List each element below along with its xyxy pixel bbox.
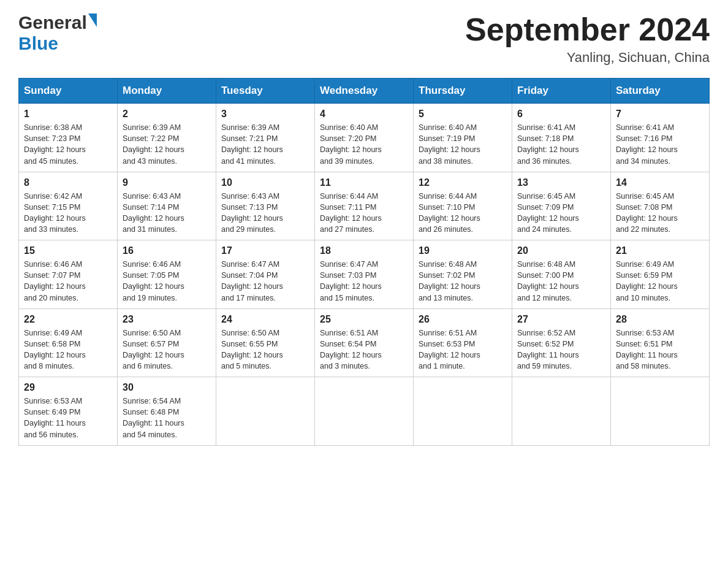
calendar-cell	[216, 377, 315, 446]
calendar-cell: 21Sunrise: 6:49 AM Sunset: 6:59 PM Dayli…	[611, 240, 710, 309]
day-number: 5	[419, 109, 507, 120]
calendar-cell: 23Sunrise: 6:50 AM Sunset: 6:57 PM Dayli…	[118, 308, 216, 377]
day-number: 21	[616, 245, 704, 256]
logo-general-text: General	[18, 12, 87, 33]
day-info: Sunrise: 6:54 AM Sunset: 6:48 PM Dayligh…	[123, 396, 211, 440]
calendar-week-row: 22Sunrise: 6:49 AM Sunset: 6:58 PM Dayli…	[19, 308, 710, 377]
day-number: 3	[221, 109, 309, 120]
day-number: 19	[419, 245, 507, 256]
day-number: 10	[221, 177, 309, 188]
calendar-cell: 6Sunrise: 6:41 AM Sunset: 7:18 PM Daylig…	[512, 104, 611, 172]
logo: General Blue	[18, 12, 98, 54]
calendar-cell: 11Sunrise: 6:44 AM Sunset: 7:11 PM Dayli…	[315, 172, 414, 240]
day-number: 13	[517, 177, 605, 188]
calendar-cell: 18Sunrise: 6:47 AM Sunset: 7:03 PM Dayli…	[315, 240, 414, 309]
day-info: Sunrise: 6:40 AM Sunset: 7:20 PM Dayligh…	[320, 122, 408, 167]
calendar-cell: 25Sunrise: 6:51 AM Sunset: 6:54 PM Dayli…	[315, 308, 414, 377]
day-info: Sunrise: 6:47 AM Sunset: 7:04 PM Dayligh…	[221, 259, 309, 304]
logo-triangle-icon	[88, 13, 97, 27]
calendar-cell: 4Sunrise: 6:40 AM Sunset: 7:20 PM Daylig…	[315, 104, 414, 172]
day-info: Sunrise: 6:49 AM Sunset: 6:59 PM Dayligh…	[616, 259, 704, 304]
day-number: 26	[419, 314, 507, 325]
day-info: Sunrise: 6:43 AM Sunset: 7:13 PM Dayligh…	[221, 191, 309, 236]
day-info: Sunrise: 6:42 AM Sunset: 7:15 PM Dayligh…	[24, 191, 112, 236]
calendar-cell: 24Sunrise: 6:50 AM Sunset: 6:55 PM Dayli…	[216, 308, 315, 377]
calendar-cell: 9Sunrise: 6:43 AM Sunset: 7:14 PM Daylig…	[118, 172, 216, 240]
title-block: September 2024 Yanling, Sichuan, China	[465, 12, 710, 66]
calendar-cell	[611, 377, 710, 446]
calendar-subtitle: Yanling, Sichuan, China	[465, 50, 710, 66]
day-number: 18	[320, 245, 408, 256]
day-number: 9	[123, 177, 211, 188]
calendar-cell: 22Sunrise: 6:49 AM Sunset: 6:58 PM Dayli…	[19, 308, 118, 377]
day-info: Sunrise: 6:49 AM Sunset: 6:58 PM Dayligh…	[24, 327, 112, 372]
calendar-week-row: 29Sunrise: 6:53 AM Sunset: 6:49 PM Dayli…	[19, 377, 710, 446]
day-number: 11	[320, 177, 408, 188]
calendar-cell: 16Sunrise: 6:46 AM Sunset: 7:05 PM Dayli…	[118, 240, 216, 309]
day-info: Sunrise: 6:48 AM Sunset: 7:00 PM Dayligh…	[517, 259, 605, 304]
day-info: Sunrise: 6:51 AM Sunset: 6:54 PM Dayligh…	[320, 327, 408, 372]
day-number: 1	[24, 109, 112, 120]
day-info: Sunrise: 6:38 AM Sunset: 7:23 PM Dayligh…	[24, 122, 112, 167]
day-info: Sunrise: 6:53 AM Sunset: 6:51 PM Dayligh…	[616, 327, 704, 372]
day-number: 12	[419, 177, 507, 188]
day-number: 30	[123, 382, 211, 393]
calendar-header-row: SundayMondayTuesdayWednesdayThursdayFrid…	[19, 79, 710, 104]
calendar-cell: 7Sunrise: 6:41 AM Sunset: 7:16 PM Daylig…	[611, 104, 710, 172]
calendar-cell: 20Sunrise: 6:48 AM Sunset: 7:00 PM Dayli…	[512, 240, 611, 309]
day-number: 20	[517, 245, 605, 256]
calendar-cell: 26Sunrise: 6:51 AM Sunset: 6:53 PM Dayli…	[414, 308, 512, 377]
day-info: Sunrise: 6:41 AM Sunset: 7:18 PM Dayligh…	[517, 122, 605, 167]
day-info: Sunrise: 6:50 AM Sunset: 6:55 PM Dayligh…	[221, 327, 309, 372]
calendar-week-row: 8Sunrise: 6:42 AM Sunset: 7:15 PM Daylig…	[19, 172, 710, 240]
weekday-header-wednesday: Wednesday	[315, 79, 414, 104]
day-number: 2	[123, 109, 211, 120]
calendar-cell: 15Sunrise: 6:46 AM Sunset: 7:07 PM Dayli…	[19, 240, 118, 309]
page-header: General Blue September 2024 Yanling, Sic…	[18, 12, 710, 66]
calendar-cell: 1Sunrise: 6:38 AM Sunset: 7:23 PM Daylig…	[19, 104, 118, 172]
day-info: Sunrise: 6:48 AM Sunset: 7:02 PM Dayligh…	[419, 259, 507, 304]
day-info: Sunrise: 6:45 AM Sunset: 7:09 PM Dayligh…	[517, 191, 605, 236]
calendar-table: SundayMondayTuesdayWednesdayThursdayFrid…	[18, 78, 710, 446]
day-number: 6	[517, 109, 605, 120]
calendar-cell: 29Sunrise: 6:53 AM Sunset: 6:49 PM Dayli…	[19, 377, 118, 446]
calendar-cell: 19Sunrise: 6:48 AM Sunset: 7:02 PM Dayli…	[414, 240, 512, 309]
day-info: Sunrise: 6:51 AM Sunset: 6:53 PM Dayligh…	[419, 327, 507, 372]
day-number: 7	[616, 109, 704, 120]
calendar-title: September 2024	[465, 12, 710, 47]
calendar-cell: 12Sunrise: 6:44 AM Sunset: 7:10 PM Dayli…	[414, 172, 512, 240]
weekday-header-sunday: Sunday	[19, 79, 118, 104]
calendar-cell: 10Sunrise: 6:43 AM Sunset: 7:13 PM Dayli…	[216, 172, 315, 240]
day-info: Sunrise: 6:44 AM Sunset: 7:11 PM Dayligh…	[320, 191, 408, 236]
calendar-cell: 8Sunrise: 6:42 AM Sunset: 7:15 PM Daylig…	[19, 172, 118, 240]
day-number: 14	[616, 177, 704, 188]
day-info: Sunrise: 6:41 AM Sunset: 7:16 PM Dayligh…	[616, 122, 704, 167]
day-info: Sunrise: 6:53 AM Sunset: 6:49 PM Dayligh…	[24, 396, 112, 440]
calendar-week-row: 15Sunrise: 6:46 AM Sunset: 7:07 PM Dayli…	[19, 240, 710, 309]
calendar-cell: 17Sunrise: 6:47 AM Sunset: 7:04 PM Dayli…	[216, 240, 315, 309]
day-info: Sunrise: 6:46 AM Sunset: 7:05 PM Dayligh…	[123, 259, 211, 304]
day-info: Sunrise: 6:43 AM Sunset: 7:14 PM Dayligh…	[123, 191, 211, 236]
weekday-header-monday: Monday	[118, 79, 216, 104]
day-number: 29	[24, 382, 112, 393]
day-number: 4	[320, 109, 408, 120]
day-number: 27	[517, 314, 605, 325]
calendar-cell: 27Sunrise: 6:52 AM Sunset: 6:52 PM Dayli…	[512, 308, 611, 377]
day-info: Sunrise: 6:39 AM Sunset: 7:22 PM Dayligh…	[123, 122, 211, 167]
day-info: Sunrise: 6:39 AM Sunset: 7:21 PM Dayligh…	[221, 122, 309, 167]
calendar-cell	[512, 377, 611, 446]
day-number: 24	[221, 314, 309, 325]
day-info: Sunrise: 6:50 AM Sunset: 6:57 PM Dayligh…	[123, 327, 211, 372]
day-info: Sunrise: 6:47 AM Sunset: 7:03 PM Dayligh…	[320, 259, 408, 304]
calendar-week-row: 1Sunrise: 6:38 AM Sunset: 7:23 PM Daylig…	[19, 104, 710, 172]
day-info: Sunrise: 6:52 AM Sunset: 6:52 PM Dayligh…	[517, 327, 605, 372]
day-number: 23	[123, 314, 211, 325]
day-number: 8	[24, 177, 112, 188]
calendar-cell: 3Sunrise: 6:39 AM Sunset: 7:21 PM Daylig…	[216, 104, 315, 172]
weekday-header-friday: Friday	[512, 79, 611, 104]
calendar-cell	[315, 377, 414, 446]
calendar-cell: 14Sunrise: 6:45 AM Sunset: 7:08 PM Dayli…	[611, 172, 710, 240]
day-number: 28	[616, 314, 704, 325]
day-info: Sunrise: 6:45 AM Sunset: 7:08 PM Dayligh…	[616, 191, 704, 236]
day-info: Sunrise: 6:40 AM Sunset: 7:19 PM Dayligh…	[419, 122, 507, 167]
